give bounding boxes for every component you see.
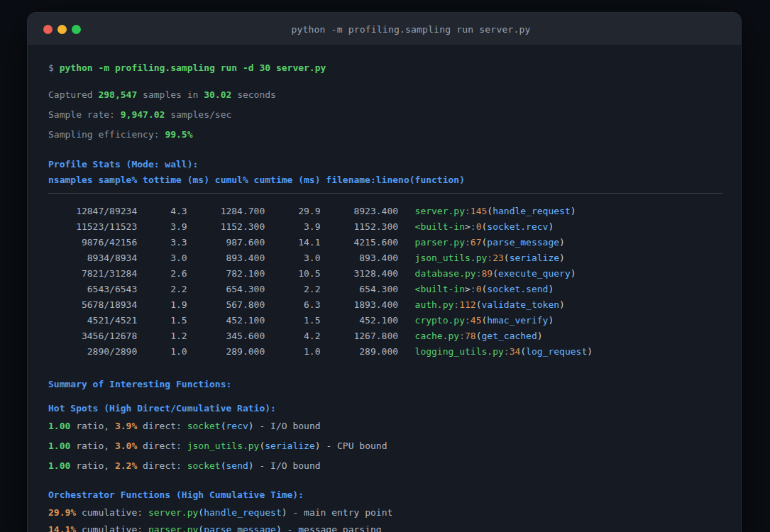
orchestrator-title: Orchestrator Functions (High Cumulative … xyxy=(48,487,722,503)
captured-line: Captured 298,547 samples in 30.02 second… xyxy=(48,87,722,103)
efficiency-line: Sampling efficiency: 99.5% xyxy=(48,127,722,143)
traffic-lights xyxy=(28,25,81,34)
captured-samples-value: 298,547 xyxy=(98,89,137,100)
profile-row: 2890/2890 1.0 289.000 1.0 289.000 loggin… xyxy=(48,344,722,360)
captured-mid-label: samples in xyxy=(137,89,204,100)
hot-spots-list: 1.00 ratio, 3.9% direct: socket(recv) - … xyxy=(48,419,722,474)
hot-spots-title: Hot Spots (High Direct/Cumulative Ratio)… xyxy=(48,401,722,416)
orchestrator-list: 29.9% cumulative: server.py(handle_reque… xyxy=(48,505,722,532)
hot-spot-line: 1.00 ratio, 2.2% direct: socket(send) - … xyxy=(48,458,722,474)
profile-table: 12847/89234 4.3 1284.700 29.9 8923.400 s… xyxy=(48,204,722,360)
terminal-output: $ python -m profiling.sampling run -d 30… xyxy=(28,46,741,532)
profile-row: 4521/4521 1.5 452.100 1.5 452.100 crypto… xyxy=(48,313,722,328)
hot-spot-line: 1.00 ratio, 3.0% direct: json_utils.py(s… xyxy=(48,438,722,454)
sample-rate-line: Sample rate: 9,947.02 samples/sec xyxy=(48,107,722,123)
table-divider xyxy=(48,193,722,194)
captured-label: Captured xyxy=(48,89,98,100)
minimize-button[interactable] xyxy=(57,25,67,34)
profile-stats-title: Profile Stats (Mode: wall): xyxy=(48,157,722,172)
summary-title: Summary of Interesting Functions: xyxy=(48,377,722,392)
shell-prompt: $ xyxy=(48,62,60,73)
maximize-button[interactable] xyxy=(72,25,81,34)
hot-spot-line: 1.00 ratio, 3.9% direct: socket(recv) - … xyxy=(48,419,722,434)
profile-row: 12847/89234 4.3 1284.700 29.9 8923.400 s… xyxy=(48,204,722,219)
profile-row: 5678/18934 1.9 567.800 6.3 1893.400 auth… xyxy=(48,297,722,313)
profile-row: 8934/8934 3.0 893.400 3.0 893.400 json_u… xyxy=(48,250,722,266)
profile-row: 7821/31284 2.6 782.100 10.5 3128.400 dat… xyxy=(48,266,722,282)
profile-row: 9876/42156 3.3 987.600 14.1 4215.600 par… xyxy=(48,235,722,250)
command-text: python -m profiling.sampling run -d 30 s… xyxy=(60,62,326,73)
command-line: $ python -m profiling.sampling run -d 30… xyxy=(48,60,722,76)
efficiency-label: Sampling efficiency: xyxy=(48,129,165,140)
sample-rate-value: 9,947.02 xyxy=(121,109,165,120)
captured-duration-value: 30.02 xyxy=(204,89,231,100)
profile-columns-header: nsamples sample% tottime (ms) cumul% cum… xyxy=(48,172,722,188)
profile-row: 6543/6543 2.2 654.300 2.2 654.300 <built… xyxy=(48,282,722,297)
profile-row: 3456/12678 1.2 345.600 4.2 1267.800 cach… xyxy=(48,328,722,344)
terminal-window: python -m profiling.sampling run server.… xyxy=(27,12,742,532)
window-title: python -m profiling.sampling run server.… xyxy=(81,24,741,35)
sample-rate-unit: samples/sec xyxy=(165,109,231,120)
efficiency-value: 99.5% xyxy=(165,129,192,140)
sample-rate-label: Sample rate: xyxy=(48,109,121,120)
captured-suffix-label: seconds xyxy=(231,89,276,100)
orchestrator-line: 29.9% cumulative: server.py(handle_reque… xyxy=(48,505,722,521)
orchestrator-line: 14.1% cumulative: parser.py(parse_messag… xyxy=(48,522,722,532)
window-titlebar[interactable]: python -m profiling.sampling run server.… xyxy=(28,13,741,46)
close-button[interactable] xyxy=(43,25,53,34)
profile-row: 11523/11523 3.9 1152.300 3.9 1152.300 <b… xyxy=(48,219,722,235)
